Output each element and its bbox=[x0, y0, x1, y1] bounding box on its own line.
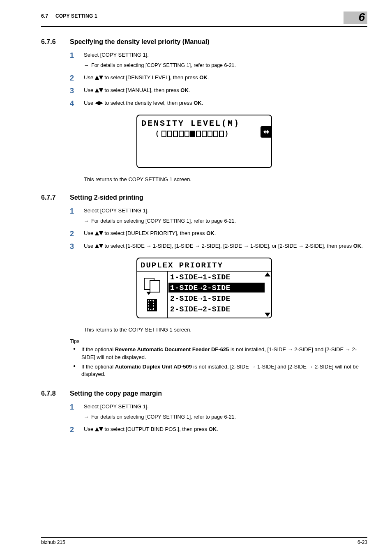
density-segment bbox=[179, 131, 184, 137]
lcd-density: DENSITY LEVEL(M) ( ) bbox=[136, 115, 272, 168]
tip-item: If the optional Automatic Duplex Unit AD… bbox=[70, 363, 367, 379]
section-676: 6.7.6 Specifying the density level prior… bbox=[41, 38, 367, 182]
step-number: 4 bbox=[70, 99, 84, 107]
lcd-duplex: DUPLEX PRIORITY 1-SIDE→1-SIDE 1-SIDE→2-S… bbox=[136, 258, 272, 318]
pages-icon bbox=[144, 278, 160, 292]
section-number: 6.7.8 bbox=[41, 390, 70, 397]
section-678: 6.7.8 Setting the copy page margin 1 Sel… bbox=[41, 390, 367, 433]
tip-item: If the optional Reverse Automatic Docume… bbox=[70, 346, 367, 362]
bar-end-left: ( bbox=[155, 131, 161, 137]
step-body: Use to select [DUPLEX PRIORITY], then pr… bbox=[84, 230, 367, 237]
svg-marker-9 bbox=[99, 244, 103, 248]
footer-page: 6-23 bbox=[357, 539, 367, 545]
lcd-icons-col bbox=[137, 272, 168, 318]
svg-marker-4 bbox=[95, 101, 99, 105]
duplex-option: 1-SIDE→1-SIDE bbox=[168, 272, 271, 282]
running-header: 6.7 COPY SETTING 1 6 bbox=[41, 12, 367, 27]
density-segment bbox=[202, 131, 207, 137]
triangle-left-icon bbox=[95, 101, 99, 105]
section-caption: This returns to the COPY SETTING 1 scree… bbox=[84, 327, 367, 333]
triangle-down-icon bbox=[99, 76, 103, 80]
page-footer: bizhub 215 6-23 bbox=[41, 537, 367, 545]
density-segment bbox=[190, 131, 195, 137]
step-number: 3 bbox=[70, 242, 84, 250]
step-text: Select [COPY SETTING 1]. bbox=[84, 207, 149, 214]
section-title: Setting the copy page margin bbox=[70, 390, 162, 397]
density-segment bbox=[196, 131, 201, 137]
triangle-right-icon bbox=[99, 101, 103, 105]
header-section-num: 6.7 bbox=[41, 13, 48, 19]
duplex-option: 2-SIDE→2-SIDE bbox=[168, 304, 271, 314]
svg-marker-5 bbox=[99, 101, 103, 105]
step-body: Use to select the density level, then pr… bbox=[84, 99, 367, 107]
tips-label: Tips bbox=[70, 339, 367, 344]
step-number: 1 bbox=[70, 403, 84, 411]
step-number: 1 bbox=[70, 207, 84, 215]
lcd-rows: 1-SIDE→1-SIDE 1-SIDE→2-SIDE 2-SIDE→1-SID… bbox=[168, 272, 271, 318]
step-body: Use to select [DENSITY LEVEL], then pres… bbox=[84, 74, 367, 82]
chapter-badge: 6 bbox=[344, 12, 367, 24]
step-body: Select [COPY SETTING 1]. For details on … bbox=[84, 207, 367, 225]
density-segment bbox=[173, 131, 178, 137]
triangle-down-icon bbox=[99, 88, 103, 92]
bar-end-right: ) bbox=[225, 131, 230, 137]
density-segment bbox=[167, 131, 172, 137]
svg-marker-11 bbox=[99, 427, 103, 431]
step-subline: For details on selecting [COPY SETTING 1… bbox=[84, 217, 367, 225]
section-caption: This returns to the COPY SETTING 1 scree… bbox=[84, 176, 367, 182]
chapter-number: 6 bbox=[358, 11, 365, 24]
triangle-down-icon bbox=[99, 427, 103, 431]
step-body: Select [COPY SETTING 1]. For details on … bbox=[84, 403, 367, 421]
step-subline: For details on selecting [COPY SETTING 1… bbox=[84, 413, 367, 421]
section-number: 6.7.7 bbox=[41, 194, 70, 201]
density-segment bbox=[219, 131, 224, 137]
running-header-left: 6.7 COPY SETTING 1 bbox=[41, 12, 97, 19]
step-number: 2 bbox=[70, 230, 84, 237]
density-segment bbox=[161, 131, 166, 137]
triangle-up-icon bbox=[95, 76, 99, 80]
scroll-down-icon bbox=[265, 313, 270, 317]
triangle-up-icon bbox=[95, 427, 99, 431]
step-number: 1 bbox=[70, 51, 84, 59]
svg-marker-0 bbox=[95, 76, 99, 80]
duplex-page-icon bbox=[147, 299, 157, 311]
footer-product: bizhub 215 bbox=[41, 539, 65, 545]
triangle-up-icon bbox=[95, 244, 99, 248]
step-number: 3 bbox=[70, 87, 84, 94]
step-body: Use to select [MANUAL], then press OK. bbox=[84, 87, 367, 94]
svg-marker-10 bbox=[95, 427, 99, 431]
section-number: 6.7.6 bbox=[41, 38, 70, 46]
triangle-down-icon bbox=[99, 244, 103, 248]
lcd-title: DENSITY LEVEL(M) bbox=[141, 119, 267, 128]
triangle-down-icon bbox=[99, 231, 103, 235]
svg-marker-3 bbox=[99, 88, 103, 92]
svg-marker-7 bbox=[99, 231, 103, 235]
step-body: Use to select [OUTPUT BIND POS.], then p… bbox=[84, 426, 367, 433]
density-segment bbox=[213, 131, 218, 137]
density-bar: ( ) bbox=[155, 131, 267, 137]
svg-marker-2 bbox=[95, 88, 99, 92]
density-segment bbox=[184, 131, 189, 137]
tips-list: If the optional Reverse Automatic Docume… bbox=[70, 346, 367, 378]
scroll-up-icon bbox=[265, 272, 270, 276]
step-number: 2 bbox=[70, 74, 84, 82]
step-body: Use to select [1-SIDE → 1-SIDE], [1-SIDE… bbox=[84, 242, 367, 250]
step-subline: For details on selecting [COPY SETTING 1… bbox=[84, 62, 367, 69]
section-title: Setting 2-sided printing bbox=[70, 194, 143, 201]
step-number: 2 bbox=[70, 426, 84, 433]
svg-marker-8 bbox=[95, 244, 99, 248]
duplex-option: 2-SIDE→1-SIDE bbox=[168, 293, 271, 304]
triangle-up-icon bbox=[95, 88, 99, 92]
duplex-option-selected: 1-SIDE→2-SIDE bbox=[168, 283, 265, 292]
triangle-up-icon bbox=[95, 231, 99, 235]
svg-marker-1 bbox=[99, 76, 103, 80]
lcd-leftright-icon bbox=[261, 126, 272, 138]
step-body: Select [COPY SETTING 1]. For details on … bbox=[84, 51, 367, 69]
step-text: Select [COPY SETTING 1]. bbox=[84, 52, 149, 58]
svg-marker-6 bbox=[95, 231, 99, 235]
section-677: 6.7.7 Setting 2-sided printing 1 Select … bbox=[41, 194, 367, 378]
step-text: Select [COPY SETTING 1]. bbox=[84, 403, 149, 410]
section-title: Specifying the density level priority (M… bbox=[70, 38, 210, 46]
density-segment bbox=[208, 131, 212, 137]
header-section-text: COPY SETTING 1 bbox=[55, 13, 97, 19]
